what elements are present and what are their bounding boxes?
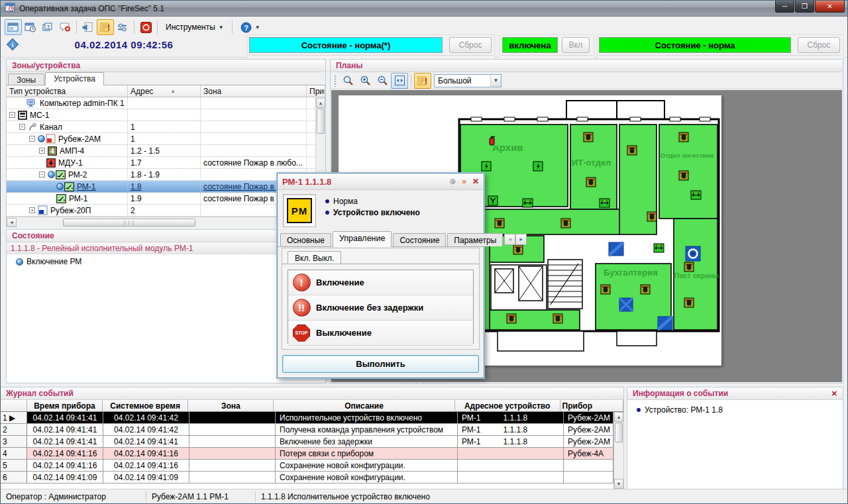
locate-icon[interactable]: ⊕ bbox=[449, 177, 456, 186]
event-panel-button[interactable]: ! bbox=[97, 19, 114, 35]
door-sensor-icon[interactable] bbox=[600, 199, 610, 207]
tools-menu[interactable]: Инструменты ▼ bbox=[160, 20, 229, 34]
power-button[interactable] bbox=[137, 19, 154, 35]
subtab-on-off[interactable]: Вкл. Выкл. bbox=[288, 251, 341, 264]
smoke-detector-icon[interactable] bbox=[679, 171, 688, 180]
expand-icon[interactable]: + bbox=[39, 148, 45, 154]
column-header[interactable]: Тип устройства bbox=[7, 85, 128, 97]
journal-row-5[interactable]: 504.02.14 09:41:1604.02.14 09:41:16Сохра… bbox=[1, 460, 623, 472]
smoke-detector-icon[interactable] bbox=[647, 212, 657, 221]
smoke-detector-icon[interactable] bbox=[513, 245, 523, 254]
collapse-icon[interactable]: − bbox=[29, 136, 35, 142]
command-Выключение[interactable]: STOPВыключение bbox=[288, 321, 473, 346]
tree-row-Рубеж-2АМ[interactable]: −Рубеж-2АМ1 bbox=[7, 133, 325, 145]
smoke-detector-icon[interactable] bbox=[601, 285, 610, 294]
history-window-button[interactable] bbox=[22, 19, 39, 35]
tree-row-МДУ-1[interactable]: МДУ-11.7состояние Пожар в любо... bbox=[7, 157, 325, 169]
dialog-tab-Параметры[interactable]: Параметры bbox=[447, 233, 503, 246]
smoke-detector-icon[interactable] bbox=[684, 298, 694, 307]
automation-on-button[interactable]: Вкл bbox=[562, 37, 590, 53]
tree-row-Компьютер-admin-ПК-12-[interactable]: Компьютер admin-ПК 12... bbox=[7, 97, 325, 109]
scroll-thumb[interactable] bbox=[615, 423, 623, 442]
dialog-close-icon[interactable]: ✕ bbox=[472, 177, 479, 186]
journal-column-1[interactable]: Время прибора bbox=[27, 400, 103, 411]
security-device-icon[interactable] bbox=[658, 317, 672, 330]
security-device-diamond-icon[interactable] bbox=[619, 298, 633, 311]
callpoint-icon[interactable] bbox=[482, 162, 491, 171]
smoke-detector-icon[interactable] bbox=[679, 132, 688, 142]
smoke-detector-icon[interactable] bbox=[641, 285, 650, 294]
tree-row-АМП-4[interactable]: +4АМП-41.2 - 1.5 bbox=[7, 145, 325, 157]
journal-column-2[interactable]: Системное время bbox=[103, 400, 188, 411]
door-sensor-icon[interactable] bbox=[691, 191, 701, 199]
scroll-left-icon[interactable]: ◄ bbox=[7, 218, 17, 227]
close-icon[interactable]: ✕ bbox=[831, 389, 837, 398]
help-menu[interactable]: ? ▼ bbox=[235, 19, 266, 36]
dialog-title-bar[interactable]: РМ-1 1.1.1.8 ⊕ » ✕ bbox=[278, 174, 484, 190]
column-header[interactable]: Зона bbox=[201, 85, 307, 97]
smoke-detector-icon[interactable] bbox=[553, 314, 562, 323]
smoke-detector-icon[interactable] bbox=[586, 177, 596, 187]
smoke-detector-icon[interactable] bbox=[584, 132, 593, 142]
settings-button[interactable] bbox=[114, 19, 131, 35]
horizontal-splitter[interactable]: · · · · · · · bbox=[1, 380, 847, 386]
valve-icon[interactable] bbox=[488, 196, 498, 205]
journal-row-4[interactable]: 404.02.14 09:41:1604.02.14 09:41:16Потер… bbox=[1, 448, 623, 460]
restore-button[interactable]: ❐ bbox=[795, 1, 814, 13]
dialog-tab-Основные[interactable]: Основные bbox=[280, 233, 331, 246]
plan-events-button[interactable]: ! bbox=[414, 73, 431, 89]
journal-column-3[interactable]: Зона bbox=[188, 400, 274, 411]
zoom-in-button[interactable] bbox=[356, 73, 374, 89]
collapse-icon[interactable]: − bbox=[9, 112, 15, 118]
column-header[interactable]: Прим bbox=[307, 85, 325, 97]
execute-button[interactable]: Выполнить bbox=[282, 355, 479, 373]
smoke-detector-icon[interactable] bbox=[627, 146, 637, 155]
expand-icon[interactable]: » bbox=[462, 177, 466, 186]
fire-reset-button[interactable]: Сброс bbox=[449, 37, 492, 53]
journal-row-3[interactable]: 304.02.14 09:41:4104.02.14 09:41:41Включ… bbox=[1, 436, 623, 448]
collapse-icon[interactable]: − bbox=[19, 124, 25, 130]
close-button[interactable]: ✕ bbox=[815, 1, 845, 13]
journal-column-5[interactable]: Адресное устройство bbox=[455, 400, 560, 411]
journal-column-6[interactable]: Прибор bbox=[560, 400, 623, 411]
tab-Зоны[interactable]: Зоны bbox=[8, 74, 44, 85]
journal-row-6[interactable]: 604.02.14 09:41:0904.02.14 09:41:09Сохра… bbox=[1, 472, 623, 483]
scroll-thumb[interactable]: | | | bbox=[63, 219, 195, 227]
security-device-icon[interactable] bbox=[609, 242, 623, 256]
security-reader-icon[interactable] bbox=[686, 246, 700, 261]
scroll-up-icon[interactable]: ▲ bbox=[316, 98, 325, 108]
door-sensor-icon[interactable] bbox=[523, 199, 533, 207]
scroll-down-icon[interactable]: ▼ bbox=[614, 479, 623, 489]
sound-log-button[interactable] bbox=[80, 19, 97, 35]
tab-scroll-left-icon[interactable]: ◄ bbox=[504, 234, 515, 245]
windows-help-button[interactable]: ? bbox=[39, 19, 56, 35]
column-header[interactable]: Адрес▲ bbox=[128, 85, 201, 97]
scroll-thumb[interactable] bbox=[317, 109, 325, 134]
plan-scale-select[interactable]: Большой ▼ bbox=[434, 74, 502, 87]
callpoint-icon[interactable] bbox=[533, 162, 543, 171]
journal-row-1[interactable]: 1 ▶04.02.14 09:41:4104.02.14 09:41:42Исп… bbox=[1, 412, 623, 424]
scroll-up-icon[interactable]: ▲ bbox=[614, 412, 623, 422]
tree-row-МС-1[interactable]: −МС-1 bbox=[7, 109, 325, 121]
minimize-button[interactable]: ─ bbox=[775, 1, 794, 13]
journal-row-2[interactable]: 204.02.14 09:41:4104.02.14 09:41:42Получ… bbox=[1, 424, 623, 436]
door-sensor-icon[interactable] bbox=[654, 244, 664, 252]
expand-icon[interactable]: + bbox=[29, 207, 35, 213]
smoke-detector-icon[interactable] bbox=[507, 314, 516, 323]
smoke-detector-icon[interactable] bbox=[495, 219, 504, 228]
smoke-detector-icon[interactable] bbox=[561, 219, 570, 228]
journal-column-4[interactable]: Описание bbox=[274, 400, 454, 411]
dialog-tab-Состояние[interactable]: Состояние bbox=[393, 233, 446, 246]
extinguisher-icon[interactable] bbox=[487, 135, 497, 146]
main-window-button[interactable] bbox=[5, 19, 22, 35]
zoom-out-button[interactable] bbox=[374, 73, 391, 89]
collapse-icon[interactable]: − bbox=[39, 172, 45, 177]
command-Включение[interactable]: !Включение bbox=[288, 270, 473, 295]
tab-scroll-right-icon[interactable]: ► bbox=[515, 234, 527, 245]
toolbar-grip[interactable] bbox=[334, 75, 337, 87]
fit-to-window-button[interactable] bbox=[391, 73, 408, 89]
journal-vertical-scrollbar[interactable]: ▲ ▼ bbox=[613, 412, 623, 489]
smoke-detector-icon[interactable] bbox=[684, 262, 694, 272]
messages-button[interactable] bbox=[56, 19, 74, 35]
command-Включение-без-задержки[interactable]: !!Включение без задержки bbox=[288, 295, 473, 321]
